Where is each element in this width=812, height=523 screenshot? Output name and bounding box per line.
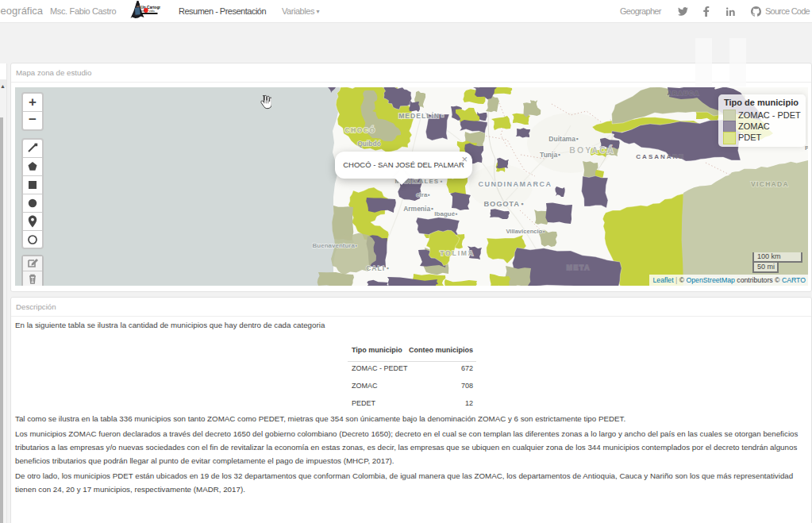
svg-text:TOLIMA: TOLIMA	[440, 249, 475, 257]
svg-text:MEDELLÍN ▪: MEDELLÍN ▪	[398, 112, 444, 120]
svg-text:Armenia ▪: Armenia ▪	[403, 205, 433, 213]
svg-text:BOGOTA ▪: BOGOTA ▪	[484, 199, 525, 208]
svg-text:Duitama ▪: Duitama ▪	[548, 135, 578, 143]
svg-text:eira ▪: eira ▪	[416, 191, 430, 198]
svg-text:CHOCÓ: CHOCÓ	[344, 125, 375, 134]
svg-text:Quibdó: Quibdó	[357, 140, 381, 148]
svg-text:CASANARE: CASANARE	[636, 153, 684, 160]
svg-text:Ibagué ▪: Ibagué ▪	[434, 210, 457, 217]
svg-text:VICHADA: VICHADA	[751, 180, 789, 188]
svg-text:vida: vida	[148, 9, 155, 13]
svg-text:Buenaventura ▪: Buenaventura ▪	[313, 242, 358, 249]
svg-text:P: P	[805, 144, 808, 152]
svg-text:en: en	[140, 9, 144, 13]
svg-text:CALI ▪: CALI ▪	[366, 264, 390, 272]
svg-text:Tunja ▪: Tunja ▪	[540, 151, 560, 159]
svg-text:CUNDINAMARCA: CUNDINAMARCA	[479, 180, 552, 188]
svg-text:META: META	[567, 263, 591, 271]
svg-text:Villavicencio ▪: Villavicencio ▪	[506, 228, 545, 235]
svg-text:BOYACÁ: BOYACÁ	[569, 145, 615, 155]
svg-text:ARAUCA: ARAUCA	[668, 90, 700, 97]
